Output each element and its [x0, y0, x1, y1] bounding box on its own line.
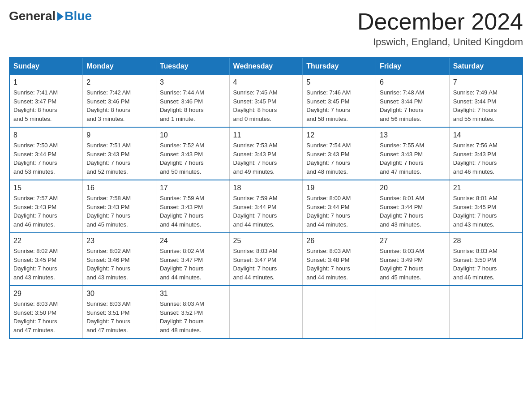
calendar-week-row: 8 Sunrise: 7:50 AMSunset: 3:44 PMDayligh…	[9, 127, 523, 180]
day-number: 10	[160, 131, 226, 139]
calendar-cell: 15 Sunrise: 7:57 AMSunset: 3:43 PMDaylig…	[9, 180, 83, 233]
day-number: 22	[13, 237, 79, 245]
day-number: 5	[306, 78, 372, 86]
col-thursday: Thursday	[303, 57, 376, 75]
day-number: 17	[160, 184, 226, 192]
calendar-cell: 2 Sunrise: 7:42 AMSunset: 3:46 PMDayligh…	[83, 75, 156, 127]
calendar-cell: 14 Sunrise: 7:56 AMSunset: 3:43 PMDaylig…	[449, 127, 523, 180]
calendar-cell: 1 Sunrise: 7:41 AMSunset: 3:47 PMDayligh…	[9, 75, 83, 127]
day-number: 13	[380, 131, 446, 139]
logo: General Blue	[9, 9, 92, 23]
calendar-cell: 22 Sunrise: 8:02 AMSunset: 3:45 PMDaylig…	[9, 233, 83, 286]
page-header: General Blue December 2024 Ipswich, Engl…	[9, 9, 523, 48]
calendar-cell	[376, 286, 450, 338]
col-saturday: Saturday	[449, 57, 523, 75]
day-info: Sunrise: 8:02 AMSunset: 3:45 PMDaylight:…	[13, 247, 79, 282]
calendar-header-row: Sunday Monday Tuesday Wednesday Thursday…	[9, 57, 523, 75]
title-section: December 2024 Ipswich, England, United K…	[357, 9, 523, 48]
day-info: Sunrise: 8:03 AMSunset: 3:51 PMDaylight:…	[86, 300, 152, 334]
calendar-cell: 26 Sunrise: 8:03 AMSunset: 3:48 PMDaylig…	[303, 233, 376, 286]
col-monday: Monday	[83, 57, 156, 75]
month-year-title: December 2024	[357, 9, 523, 34]
day-number: 25	[233, 237, 299, 245]
day-info: Sunrise: 8:03 AMSunset: 3:48 PMDaylight:…	[306, 247, 372, 282]
day-info: Sunrise: 7:44 AMSunset: 3:46 PMDaylight:…	[160, 88, 226, 123]
day-number: 7	[453, 78, 519, 86]
day-info: Sunrise: 8:00 AMSunset: 3:44 PMDaylight:…	[306, 194, 372, 229]
day-info: Sunrise: 8:03 AMSunset: 3:49 PMDaylight:…	[380, 247, 446, 282]
day-number: 9	[86, 131, 152, 139]
calendar-cell: 6 Sunrise: 7:48 AMSunset: 3:44 PMDayligh…	[376, 75, 450, 127]
day-info: Sunrise: 7:58 AMSunset: 3:43 PMDaylight:…	[86, 194, 152, 229]
calendar-cell: 31 Sunrise: 8:03 AMSunset: 3:52 PMDaylig…	[156, 286, 229, 338]
day-number: 16	[86, 184, 152, 192]
calendar-cell: 18 Sunrise: 7:59 AMSunset: 3:44 PMDaylig…	[229, 180, 303, 233]
calendar-cell: 23 Sunrise: 8:02 AMSunset: 3:46 PMDaylig…	[83, 233, 156, 286]
calendar-week-row: 29 Sunrise: 8:03 AMSunset: 3:50 PMDaylig…	[9, 286, 523, 338]
day-info: Sunrise: 7:51 AMSunset: 3:43 PMDaylight:…	[86, 141, 152, 176]
calendar-week-row: 22 Sunrise: 8:02 AMSunset: 3:45 PMDaylig…	[9, 233, 523, 286]
day-info: Sunrise: 7:57 AMSunset: 3:43 PMDaylight:…	[13, 194, 79, 229]
day-number: 2	[86, 78, 152, 86]
col-friday: Friday	[376, 57, 450, 75]
calendar-cell: 3 Sunrise: 7:44 AMSunset: 3:46 PMDayligh…	[156, 75, 229, 127]
day-info: Sunrise: 7:46 AMSunset: 3:45 PMDaylight:…	[306, 88, 372, 123]
calendar-cell: 28 Sunrise: 8:03 AMSunset: 3:50 PMDaylig…	[449, 233, 523, 286]
day-info: Sunrise: 7:42 AMSunset: 3:46 PMDaylight:…	[86, 88, 152, 123]
day-info: Sunrise: 8:02 AMSunset: 3:47 PMDaylight:…	[160, 247, 226, 282]
day-info: Sunrise: 7:52 AMSunset: 3:43 PMDaylight:…	[160, 141, 226, 176]
day-info: Sunrise: 7:49 AMSunset: 3:44 PMDaylight:…	[453, 88, 519, 123]
col-sunday: Sunday	[9, 57, 83, 75]
logo-triangle-icon	[57, 12, 64, 21]
day-number: 19	[306, 184, 372, 192]
day-number: 8	[13, 131, 79, 139]
day-number: 31	[160, 290, 226, 298]
calendar-cell: 27 Sunrise: 8:03 AMSunset: 3:49 PMDaylig…	[376, 233, 450, 286]
calendar-cell: 21 Sunrise: 8:01 AMSunset: 3:45 PMDaylig…	[449, 180, 523, 233]
calendar-week-row: 1 Sunrise: 7:41 AMSunset: 3:47 PMDayligh…	[9, 75, 523, 127]
calendar-cell	[229, 286, 303, 338]
calendar-table: Sunday Monday Tuesday Wednesday Thursday…	[9, 57, 523, 339]
calendar-cell: 11 Sunrise: 7:53 AMSunset: 3:43 PMDaylig…	[229, 127, 303, 180]
day-info: Sunrise: 8:02 AMSunset: 3:46 PMDaylight:…	[86, 247, 152, 282]
calendar-cell: 17 Sunrise: 7:59 AMSunset: 3:43 PMDaylig…	[156, 180, 229, 233]
calendar-cell: 25 Sunrise: 8:03 AMSunset: 3:47 PMDaylig…	[229, 233, 303, 286]
calendar-cell: 19 Sunrise: 8:00 AMSunset: 3:44 PMDaylig…	[303, 180, 376, 233]
day-number: 30	[86, 290, 152, 298]
col-wednesday: Wednesday	[229, 57, 303, 75]
day-number: 23	[86, 237, 152, 245]
day-info: Sunrise: 8:03 AMSunset: 3:50 PMDaylight:…	[453, 247, 519, 282]
calendar-cell	[449, 286, 523, 338]
col-tuesday: Tuesday	[156, 57, 229, 75]
calendar-cell: 5 Sunrise: 7:46 AMSunset: 3:45 PMDayligh…	[303, 75, 376, 127]
day-info: Sunrise: 7:41 AMSunset: 3:47 PMDaylight:…	[13, 88, 79, 123]
location-subtitle: Ipswich, England, United Kingdom	[357, 36, 523, 48]
calendar-cell: 29 Sunrise: 8:03 AMSunset: 3:50 PMDaylig…	[9, 286, 83, 338]
day-info: Sunrise: 7:53 AMSunset: 3:43 PMDaylight:…	[233, 141, 299, 176]
calendar-cell: 30 Sunrise: 8:03 AMSunset: 3:51 PMDaylig…	[83, 286, 156, 338]
day-number: 29	[13, 290, 79, 298]
day-info: Sunrise: 7:59 AMSunset: 3:44 PMDaylight:…	[233, 194, 299, 229]
day-number: 15	[13, 184, 79, 192]
calendar-cell: 8 Sunrise: 7:50 AMSunset: 3:44 PMDayligh…	[9, 127, 83, 180]
calendar-cell	[303, 286, 376, 338]
day-number: 26	[306, 237, 372, 245]
day-info: Sunrise: 7:59 AMSunset: 3:43 PMDaylight:…	[160, 194, 226, 229]
day-info: Sunrise: 8:01 AMSunset: 3:45 PMDaylight:…	[453, 194, 519, 229]
day-number: 18	[233, 184, 299, 192]
calendar-cell: 16 Sunrise: 7:58 AMSunset: 3:43 PMDaylig…	[83, 180, 156, 233]
day-info: Sunrise: 8:03 AMSunset: 3:52 PMDaylight:…	[160, 300, 226, 334]
day-info: Sunrise: 7:55 AMSunset: 3:43 PMDaylight:…	[380, 141, 446, 176]
calendar-week-row: 15 Sunrise: 7:57 AMSunset: 3:43 PMDaylig…	[9, 180, 523, 233]
day-number: 3	[160, 78, 226, 86]
calendar-cell: 10 Sunrise: 7:52 AMSunset: 3:43 PMDaylig…	[156, 127, 229, 180]
day-info: Sunrise: 7:54 AMSunset: 3:43 PMDaylight:…	[306, 141, 372, 176]
day-number: 14	[453, 131, 519, 139]
day-number: 12	[306, 131, 372, 139]
calendar-cell: 13 Sunrise: 7:55 AMSunset: 3:43 PMDaylig…	[376, 127, 450, 180]
day-number: 6	[380, 78, 446, 86]
calendar-cell: 24 Sunrise: 8:02 AMSunset: 3:47 PMDaylig…	[156, 233, 229, 286]
calendar-cell: 9 Sunrise: 7:51 AMSunset: 3:43 PMDayligh…	[83, 127, 156, 180]
logo-general-text: General	[9, 9, 56, 23]
day-number: 20	[380, 184, 446, 192]
